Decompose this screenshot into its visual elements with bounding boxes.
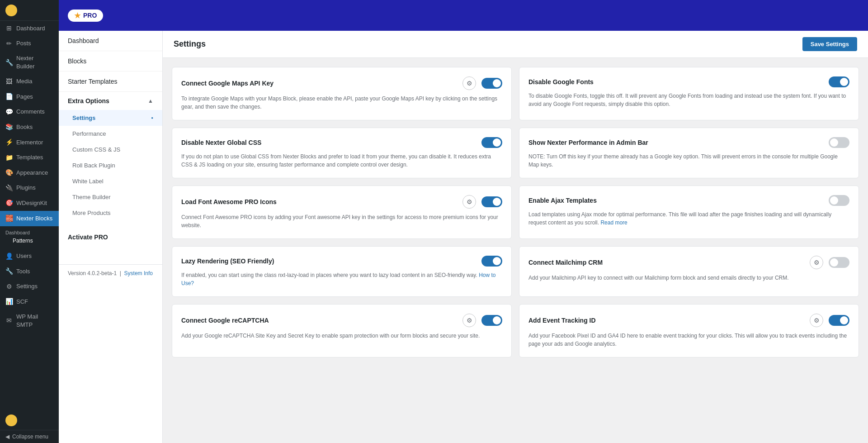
nexter-builder-icon: 🔧 bbox=[5, 58, 13, 67]
card-disable-nexter-css-title: Disable Nexter Global CSS bbox=[181, 139, 261, 146]
chevron-up-icon: ▲ bbox=[148, 98, 153, 104]
sidebar-item-nexter-builder[interactable]: 🔧 Nexter Builder bbox=[0, 51, 59, 74]
event-tracking-gear-button[interactable]: ⚙ bbox=[810, 314, 823, 327]
wp-logo bbox=[5, 5, 17, 16]
card-event-tracking: Add Event Tracking ID ⚙ Add your Faceboo… bbox=[519, 304, 859, 357]
sidebar-item-pages[interactable]: 📄 Pages bbox=[0, 89, 59, 105]
event-tracking-toggle[interactable] bbox=[829, 315, 849, 326]
left-panel-sub-white-label[interactable]: White Label bbox=[59, 173, 162, 189]
extra-options-section[interactable]: Extra Options ▲ bbox=[59, 92, 162, 110]
card-nexter-performance-controls bbox=[829, 137, 849, 148]
collapse-menu-button[interactable]: ◀ Collapse menu bbox=[0, 430, 59, 443]
settings-header: Settings Save Settings bbox=[163, 31, 868, 58]
sidebar-item-appearance[interactable]: 🎨 Appearance bbox=[0, 165, 59, 181]
wdesignkit-icon: 🎯 bbox=[5, 199, 13, 208]
left-panel-dashboard[interactable]: Dashboard bbox=[59, 31, 162, 51]
card-nexter-performance-title: Show Nexter Performance in Admin Bar bbox=[528, 139, 648, 146]
tools-icon: 🔧 bbox=[5, 267, 13, 276]
google-maps-gear-button[interactable]: ⚙ bbox=[462, 76, 476, 90]
card-recaptcha-title: Connect Google reCAPTCHA bbox=[181, 317, 269, 324]
elementor-icon: ⚡ bbox=[5, 138, 13, 147]
sidebar-item-elementor[interactable]: ⚡ Elementor bbox=[0, 135, 59, 150]
left-panel-blocks[interactable]: Blocks bbox=[59, 51, 162, 71]
ajax-read-more-link[interactable]: Read more bbox=[600, 219, 627, 226]
card-disable-google-fonts-header: Disable Google Fonts bbox=[528, 76, 849, 87]
recaptcha-toggle[interactable] bbox=[481, 315, 502, 326]
sidebar-item-scf[interactable]: 📊 SCF bbox=[0, 294, 59, 310]
books-icon: 📚 bbox=[5, 123, 13, 132]
main-area: ★ PRO Dashboard Blocks Starter Templates… bbox=[59, 0, 868, 443]
card-load-font-awesome-controls: ⚙ bbox=[462, 195, 502, 209]
mailchimp-gear-button[interactable]: ⚙ bbox=[810, 256, 823, 269]
sidebar-item-posts[interactable]: ✏ Posts bbox=[0, 36, 59, 52]
sidebar-item-wp-mail-smtp[interactable]: ✉ WP Mail SMTP bbox=[0, 310, 59, 332]
card-event-tracking-title: Add Event Tracking ID bbox=[528, 317, 596, 324]
card-disable-google-fonts-controls bbox=[829, 76, 849, 87]
sidebar-item-users[interactable]: 👤 Users bbox=[0, 249, 59, 264]
sidebar-item-templates[interactable]: 📁 Templates bbox=[0, 150, 59, 166]
scf-icon: 📊 bbox=[5, 297, 13, 306]
card-google-maps-title: Connect Google Maps API Key bbox=[181, 80, 274, 87]
left-panel: Dashboard Blocks Starter Templates Extra… bbox=[59, 31, 163, 443]
card-mailchimp-controls: ⚙ bbox=[810, 256, 849, 269]
settings-icon: ⚙ bbox=[5, 282, 13, 291]
sidebar: ⊞ Dashboard ✏ Posts 🔧 Nexter Builder 🖼 M… bbox=[0, 0, 59, 443]
card-lazy-rendering-header: Lazy Rendering (SEO Friendly) bbox=[181, 256, 502, 267]
left-panel-sub-more-products[interactable]: More Products bbox=[59, 205, 162, 221]
sidebar-item-tools[interactable]: 🔧 Tools bbox=[0, 264, 59, 279]
card-nexter-performance: Show Nexter Performance in Admin Bar NOT… bbox=[519, 128, 859, 178]
sidebar-item-dashboard[interactable]: ⊞ Dashboard bbox=[0, 21, 59, 36]
sidebar-item-books[interactable]: 📚 Books bbox=[0, 119, 59, 135]
left-panel-sub-performance[interactable]: Performance bbox=[59, 126, 162, 142]
star-icon: ★ bbox=[74, 11, 80, 20]
sidebar-item-settings[interactable]: ⚙ Settings bbox=[0, 279, 59, 295]
sidebar-item-nexter-blocks[interactable]: 🧱 Nexter Blocks bbox=[0, 211, 59, 226]
sidebar-sub-patterns[interactable]: Patterns bbox=[0, 236, 59, 245]
card-disable-google-fonts: Disable Google Fonts To disable Google F… bbox=[519, 67, 859, 120]
load-font-awesome-toggle[interactable] bbox=[481, 196, 502, 207]
sidebar-item-wdesignkit[interactable]: 🎯 WDesignKit bbox=[0, 195, 59, 211]
card-event-tracking-header: Add Event Tracking ID ⚙ bbox=[528, 314, 849, 327]
google-maps-toggle[interactable] bbox=[481, 78, 502, 89]
left-panel-sub-custom-css-js[interactable]: Custom CSS & JS bbox=[59, 142, 162, 157]
sidebar-section-label: Dashboard bbox=[0, 226, 59, 236]
sidebar-bottom-section: 👤 Users 🔧 Tools ⚙ Settings 📊 SCF ✉ WP Ma… bbox=[0, 249, 59, 333]
settings-title: Settings bbox=[174, 39, 206, 49]
system-info-link[interactable]: System Info bbox=[124, 270, 153, 276]
sidebar-item-plugins[interactable]: 🔌 Plugins bbox=[0, 181, 59, 196]
appearance-icon: 🎨 bbox=[5, 168, 13, 177]
enable-ajax-toggle[interactable] bbox=[829, 195, 849, 206]
card-google-maps-controls: ⚙ bbox=[462, 76, 502, 90]
disable-google-fonts-toggle[interactable] bbox=[829, 76, 849, 87]
lazy-rendering-toggle[interactable] bbox=[481, 256, 502, 267]
card-google-maps-api: Connect Google Maps API Key ⚙ To integra… bbox=[172, 67, 512, 120]
activate-pro-label: Activate PRO bbox=[59, 228, 162, 246]
mailchimp-toggle[interactable] bbox=[829, 257, 849, 268]
card-lazy-rendering-controls bbox=[481, 256, 502, 267]
collapse-icon: ◀ bbox=[5, 433, 9, 440]
right-content: Settings Save Settings Connect Google Ma… bbox=[163, 31, 868, 443]
comments-icon: 💬 bbox=[5, 108, 13, 117]
left-panel-sub-roll-back[interactable]: Roll Back Plugin bbox=[59, 157, 162, 173]
plugins-icon: 🔌 bbox=[5, 184, 13, 193]
nexter-blocks-icon: 🧱 bbox=[5, 214, 13, 223]
card-disable-google-fonts-title: Disable Google Fonts bbox=[528, 78, 594, 86]
font-awesome-gear-button[interactable]: ⚙ bbox=[462, 195, 476, 209]
save-settings-button[interactable]: Save Settings bbox=[802, 37, 857, 51]
sidebar-item-media[interactable]: 🖼 Media bbox=[0, 74, 59, 90]
left-panel-starter-templates[interactable]: Starter Templates bbox=[59, 71, 162, 92]
nexter-performance-toggle[interactable] bbox=[829, 137, 849, 148]
sidebar-item-comments[interactable]: 💬 Comments bbox=[0, 105, 59, 120]
disable-nexter-css-toggle[interactable] bbox=[481, 137, 502, 148]
recaptcha-gear-button[interactable]: ⚙ bbox=[462, 314, 476, 327]
dashboard-icon: ⊞ bbox=[5, 24, 13, 33]
left-panel-sub-theme-builder[interactable]: Theme Builder bbox=[59, 189, 162, 205]
card-load-font-awesome-header: Load Font Awesome PRO Icons ⚙ bbox=[181, 195, 502, 209]
card-disable-google-fonts-desc: To disable Google Fonts, toggle this off… bbox=[528, 92, 849, 108]
lazy-how-to-link[interactable]: How to Use? bbox=[181, 272, 495, 286]
content-area: Dashboard Blocks Starter Templates Extra… bbox=[59, 31, 868, 443]
card-enable-ajax-title: Enable Ajax Templates bbox=[528, 197, 597, 204]
posts-icon: ✏ bbox=[5, 39, 13, 48]
card-nexter-performance-header: Show Nexter Performance in Admin Bar bbox=[528, 137, 849, 148]
left-panel-sub-settings[interactable]: Settings bbox=[59, 110, 162, 126]
